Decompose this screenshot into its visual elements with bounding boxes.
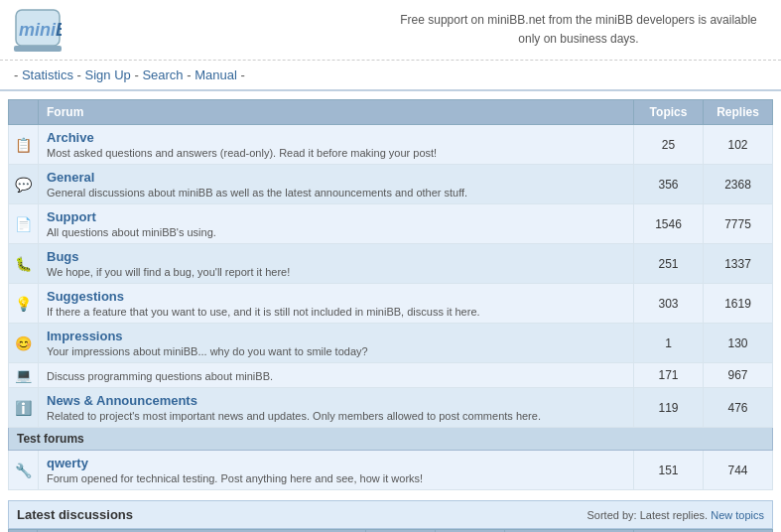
test-forum-link[interactable]: qwerty bbox=[47, 456, 88, 470]
svg-rect-2 bbox=[14, 46, 62, 52]
forum-info-cell: Bugs We hope, if you will find a bug, yo… bbox=[39, 244, 634, 284]
latest-sort: Sorted by: Latest replies. New topics bbox=[586, 509, 764, 521]
forum-icon: 💬 bbox=[15, 177, 32, 193]
forum-table-header: Forum Topics Replies bbox=[9, 100, 773, 125]
latest-header-bar: Latest discussions Sorted by: Latest rep… bbox=[8, 500, 773, 529]
forum-replies-cell: 102 bbox=[704, 125, 773, 165]
forum-link[interactable]: General bbox=[47, 170, 94, 185]
forum-desc: All questions about miniBB's using. bbox=[47, 226, 625, 238]
forum-replies-cell: 1619 bbox=[704, 284, 773, 324]
test-forum-icon: 🔧 bbox=[15, 463, 32, 478]
forum-icon-cell: 💻 bbox=[9, 363, 39, 388]
forum-row: 💻 Discuss programming questions about mi… bbox=[9, 363, 773, 388]
forum-name: News & Announcements bbox=[47, 393, 625, 408]
forum-replies-cell: 476 bbox=[704, 388, 773, 428]
forum-row: 💬 General General discussions about mini… bbox=[9, 165, 773, 204]
forum-replies-cell: 967 bbox=[704, 363, 773, 388]
forum-icon: 📄 bbox=[15, 216, 32, 232]
nav-sep3: - bbox=[187, 67, 195, 82]
th-topics: Topics bbox=[634, 100, 704, 125]
forum-row: 🐛 Bugs We hope, if you will find a bug, … bbox=[9, 244, 773, 284]
forum-row: ℹ️ News & Announcements Related to proje… bbox=[9, 388, 773, 428]
header-tagline: Free support on miniBB.net from the mini… bbox=[390, 11, 767, 49]
forum-icon: 💻 bbox=[15, 367, 32, 383]
forum-icon: 🐛 bbox=[15, 256, 32, 272]
forum-name: Suggestions bbox=[47, 289, 625, 304]
forum-topics-cell: 303 bbox=[634, 284, 704, 324]
forum-icon-cell: 😊 bbox=[9, 324, 39, 363]
forum-desc: We hope, if you will find a bug, you'll … bbox=[47, 266, 625, 278]
forum-name: Support bbox=[47, 209, 625, 224]
sort-new-topics[interactable]: New topics bbox=[711, 509, 764, 521]
forum-info-cell: Support All questions about miniBB's usi… bbox=[39, 204, 634, 244]
forum-info-cell: Suggestions If there a feature that you … bbox=[39, 284, 634, 324]
nav-sep1: - bbox=[77, 67, 85, 82]
forum-row: 💡 Suggestions If there a feature that yo… bbox=[9, 284, 773, 324]
forum-icon-cell: 📄 bbox=[9, 204, 39, 244]
forum-icon-cell: ℹ️ bbox=[9, 388, 39, 428]
sort-prefix: Sorted by: Latest replies. bbox=[586, 509, 708, 521]
forum-icon: 😊 bbox=[15, 335, 32, 351]
nav-manual[interactable]: Manual bbox=[195, 67, 237, 82]
test-topics-cell: 151 bbox=[634, 451, 704, 490]
latest-title: Latest discussions bbox=[17, 507, 133, 522]
navbar: - Statistics - Sign Up - Search - Manual… bbox=[0, 61, 781, 91]
forum-icon-cell: 🐛 bbox=[9, 244, 39, 284]
forum-desc: If there a feature that you want to use,… bbox=[47, 306, 625, 318]
test-info-cell: qwerty Forum opened for technical testin… bbox=[39, 451, 634, 490]
test-section-header: Test forums bbox=[9, 428, 773, 451]
nav-signup[interactable]: Sign Up bbox=[85, 67, 131, 82]
th-replies: Replies bbox=[704, 100, 773, 125]
forum-topics-cell: 1 bbox=[634, 324, 704, 363]
forum-topics-cell: 356 bbox=[634, 165, 704, 204]
forum-link[interactable]: Suggestions bbox=[47, 289, 124, 304]
forum-name: Bugs bbox=[47, 249, 625, 264]
logo-icon: miniBB bbox=[14, 8, 62, 52]
nav-statistics[interactable]: Statistics bbox=[22, 67, 73, 82]
th-forum: Forum bbox=[39, 100, 634, 125]
forum-icon: ℹ️ bbox=[15, 400, 32, 416]
forum-icon-cell: 💡 bbox=[9, 284, 39, 324]
forum-row: 😊 Impressions Your impressions about min… bbox=[9, 324, 773, 363]
forum-row: 📋 Archive Most asked questions and answe… bbox=[9, 125, 773, 165]
forum-row: 📄 Support All questions about miniBB's u… bbox=[9, 204, 773, 244]
forum-desc: Your impressions about miniBB... why do … bbox=[47, 345, 625, 357]
header: miniBB Free support on miniBB.net from t… bbox=[0, 0, 781, 61]
forum-replies-cell: 1337 bbox=[704, 244, 773, 284]
forum-table: Forum Topics Replies 📋 Archive Most aske… bbox=[8, 99, 773, 490]
nav-search[interactable]: Search bbox=[142, 67, 183, 82]
nav-suffix: - bbox=[240, 67, 244, 82]
svg-text:miniBB: miniBB bbox=[19, 20, 62, 40]
forum-link[interactable]: Archive bbox=[47, 130, 94, 145]
forum-name: Impressions bbox=[47, 329, 625, 343]
forum-info-cell: News & Announcements Related to project'… bbox=[39, 388, 634, 428]
forum-icon-cell: 📋 bbox=[9, 125, 39, 165]
forum-link[interactable]: Bugs bbox=[47, 249, 79, 264]
test-section-label: Test forums bbox=[9, 428, 773, 451]
main-content: Forum Topics Replies 📋 Archive Most aske… bbox=[0, 91, 781, 532]
forum-info-cell: Discuss programming questions about mini… bbox=[39, 363, 634, 388]
forum-replies-cell: 7775 bbox=[704, 204, 773, 244]
forum-desc: Discuss programming questions about mini… bbox=[47, 370, 625, 382]
navbar-prefix: - bbox=[14, 67, 22, 82]
forum-replies-cell: 130 bbox=[704, 324, 773, 363]
forum-info-cell: General General discussions about miniBB… bbox=[39, 165, 634, 204]
forum-link[interactable]: Impressions bbox=[47, 329, 123, 343]
forum-link[interactable]: News & Announcements bbox=[47, 393, 197, 408]
forum-desc: General discussions about miniBB as well… bbox=[47, 187, 625, 199]
forum-icon: 📋 bbox=[15, 137, 32, 153]
forum-topics-cell: 25 bbox=[634, 125, 704, 165]
test-replies-cell: 744 bbox=[704, 451, 773, 490]
forum-topics-cell: 171 bbox=[634, 363, 704, 388]
test-forum-row: 🔧 qwerty Forum opened for technical test… bbox=[9, 451, 773, 490]
forum-icon: 💡 bbox=[15, 296, 32, 312]
forum-link[interactable]: Support bbox=[47, 209, 96, 224]
forum-name: Archive bbox=[47, 130, 625, 145]
test-forum-desc: Forum opened for technical testing. Post… bbox=[47, 472, 625, 484]
test-icon-cell: 🔧 bbox=[9, 451, 39, 490]
forum-desc: Related to project's most important news… bbox=[47, 410, 625, 422]
forum-icon-cell: 💬 bbox=[9, 165, 39, 204]
th-icon bbox=[9, 100, 39, 125]
forum-topics-cell: 1546 bbox=[634, 204, 704, 244]
forum-info-cell: Impressions Your impressions about miniB… bbox=[39, 324, 634, 363]
